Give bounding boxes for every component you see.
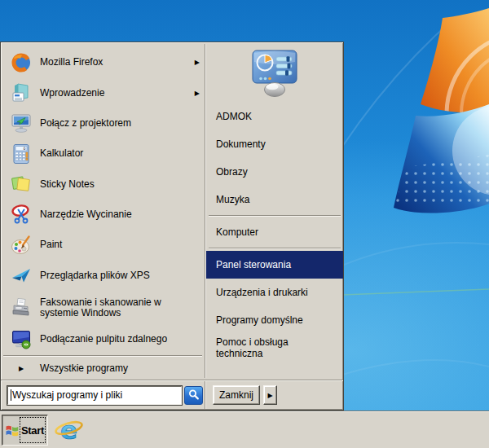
start-button[interactable]: Start [2, 415, 48, 446]
menu-item-paint[interactable]: Paint [1, 230, 205, 260]
right-item-label: Programy domyślne [216, 314, 303, 326]
start-right-item-documents[interactable]: Dokumenty [206, 130, 343, 158]
start-menu: Mozilla Firefox ▶ Wprow [0, 42, 344, 411]
menu-item-label: Mozilla Firefox [40, 57, 183, 68]
menu-item-label: Wprowadzenie [40, 88, 183, 99]
menu-item-label: Narzędzie Wycinanie [40, 209, 200, 220]
xps-viewer-icon [11, 265, 32, 286]
menu-item-kalkulator[interactable]: 0 Kalkulator [1, 138, 205, 169]
search-input[interactable]: Wyszukaj programy i pliki [7, 386, 182, 405]
start-button-focus: Start [20, 417, 46, 443]
menu-item-sticky-notes[interactable]: Sticky Notes [1, 169, 205, 199]
menu-item-przegladarka-xps[interactable]: Przeglądarka plików XPS [1, 261, 205, 291]
firefox-icon [11, 52, 32, 73]
menu-item-pulpit-zdalny[interactable]: Podłączanie pulpitu zdalnego [1, 324, 205, 354]
remote-desktop-icon [11, 329, 32, 350]
menu-item-label: Sticky Notes [40, 179, 200, 190]
menu-item-label: Przeglądarka plików XPS [40, 270, 200, 281]
paint-icon [11, 235, 32, 256]
right-item-label: Muzyka [216, 194, 249, 205]
start-right-item-devices-printers[interactable]: Urządzenia i drukarki [206, 279, 343, 306]
shutdown-options-arrow-icon: ▶ [267, 392, 272, 399]
start-right-item-control-panel[interactable]: Panel sterowania [206, 251, 343, 279]
taskbar: Start e [0, 411, 489, 448]
start-menu-main: Mozilla Firefox ▶ Wprow [1, 42, 343, 380]
control-panel-icon [249, 49, 300, 98]
menu-item-label: Faksowanie i skanowanie w systemie Windo… [40, 297, 200, 318]
svg-text:0: 0 [24, 147, 26, 151]
right-item-label: Komputer [216, 226, 258, 238]
menu-item-label: Paint [40, 239, 200, 250]
all-programs-item[interactable]: ▶ Wszystkie programy [1, 358, 205, 380]
getting-started-icon [11, 82, 32, 103]
start-menu-left-panel: Mozilla Firefox ▶ Wprow [1, 42, 205, 380]
start-menu-bottom-bar: Wyszukaj programy i pliki Zamknij ▶ [1, 380, 343, 410]
menu-item-label: Podłączanie pulpitu zdalnego [40, 334, 200, 345]
right-item-label: ADMOK [216, 111, 252, 122]
shutdown-label: Zamknij [219, 389, 253, 401]
menu-item-faksowanie-skanowanie[interactable]: Faksowanie i skanowanie w systemie Windo… [1, 291, 205, 324]
shutdown-area: Zamknij ▶ [206, 380, 343, 410]
magnifier-icon [187, 389, 200, 402]
right-item-label: Pomoc i obsługa techniczna [216, 336, 333, 359]
right-item-label: Dokumenty [216, 138, 266, 150]
sticky-notes-icon [11, 173, 32, 195]
right-item-label: Urządzenia i drukarki [216, 287, 308, 298]
start-right-item-computer[interactable]: Komputer [206, 218, 343, 246]
right-panel-separator [209, 215, 341, 217]
all-programs-label: Wszystkie programy [40, 363, 200, 374]
search-button[interactable] [184, 386, 203, 405]
right-panel-separator [209, 248, 341, 249]
start-menu-right-panel: ADMOK Dokumenty Obrazy Muzyka Komputer [206, 42, 343, 380]
right-item-label: Obrazy [216, 166, 248, 178]
left-panel-separator [3, 355, 202, 357]
all-programs-arrow-icon: ▶ [11, 365, 32, 372]
shutdown-options-button[interactable]: ▶ [263, 385, 277, 405]
projector-connect-icon [11, 112, 32, 134]
internet-explorer-icon[interactable]: e [54, 415, 84, 446]
right-item-label: Panel sterowania [216, 259, 291, 270]
calculator-icon: 0 [11, 143, 32, 165]
hovered-item-icon-area [206, 49, 343, 103]
search-placeholder: Wyszukaj programy i pliki [12, 389, 122, 401]
menu-item-mozilla-firefox[interactable]: Mozilla Firefox ▶ [1, 47, 205, 77]
start-right-item-pictures[interactable]: Obrazy [206, 158, 343, 186]
shutdown-button[interactable]: Zamknij [213, 385, 260, 405]
submenu-arrow-icon: ▶ [192, 59, 200, 66]
submenu-arrow-icon: ▶ [192, 90, 200, 97]
menu-item-label: Kalkulator [40, 148, 200, 159]
menu-item-narzedzie-wycinanie[interactable]: Narzędzie Wycinanie [1, 200, 205, 230]
search-area: Wyszukaj programy i pliki [1, 380, 205, 410]
windows-flag-icon [5, 424, 20, 437]
start-right-item-default-programs[interactable]: Programy domyślne [206, 306, 343, 334]
desktop: Mozilla Firefox ▶ Wprow [0, 0, 489, 448]
menu-item-polacz-z-projektorem[interactable]: Połącz z projektorem [1, 108, 205, 138]
start-right-item-music[interactable]: Muzyka [206, 186, 343, 213]
fax-scan-icon [11, 297, 32, 318]
start-label: Start [21, 424, 44, 437]
menu-item-label: Połącz z projektorem [40, 118, 200, 129]
text-caret [11, 389, 11, 401]
snipping-tool-icon [11, 204, 32, 225]
start-right-item-user[interactable]: ADMOK [206, 103, 343, 130]
menu-item-wprowadzenie[interactable]: Wprowadzenie ▶ [1, 77, 205, 108]
start-right-item-help-support[interactable]: Pomoc i obsługa techniczna [206, 334, 343, 362]
